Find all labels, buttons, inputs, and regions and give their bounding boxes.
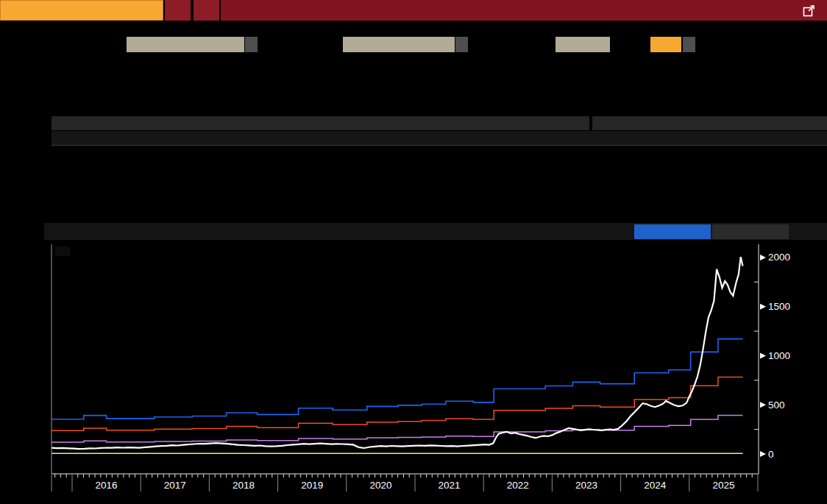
export-button[interactable] <box>163 0 192 21</box>
left-section-header <box>52 116 589 130</box>
comp-source-select[interactable] <box>127 37 244 52</box>
price-bands-chart: 0500100015002000201620172018201920202021… <box>0 241 827 504</box>
series-actual-price <box>52 257 743 449</box>
settings-button[interactable] <box>192 0 221 21</box>
chart-legend <box>55 246 70 256</box>
equity-relative-valuation-screen: 0500100015002000201620172018201920202021… <box>0 0 827 504</box>
table-view-button[interactable] <box>712 224 789 239</box>
left-column-headers <box>52 131 592 146</box>
y-tick-arrow <box>760 402 766 408</box>
y-tick-arrow <box>760 451 766 457</box>
series-layer <box>52 257 743 453</box>
x-year-label: 2016 <box>96 480 118 491</box>
x-year-label: 2023 <box>575 480 597 491</box>
y-tick-label: 1000 <box>768 350 790 361</box>
filter-controls <box>0 37 827 53</box>
x-year-label: 2017 <box>164 480 186 491</box>
y-tick-arrow <box>760 352 766 358</box>
chevron-down-icon[interactable] <box>683 37 695 52</box>
y-tick-label: 2000 <box>768 252 790 263</box>
right-section-header <box>592 116 827 130</box>
x-year-label: 2021 <box>439 480 461 491</box>
chart-canvas[interactable]: 0500100015002000201620172018201920202021… <box>0 241 827 504</box>
x-year-label: 2022 <box>507 480 529 491</box>
currency-select[interactable] <box>650 37 681 52</box>
chevron-down-icon[interactable] <box>455 37 468 52</box>
y-tick-arrow <box>760 304 766 310</box>
x-year-label: 2025 <box>712 480 734 491</box>
chart-table-toggle <box>634 224 789 239</box>
price-bands-bar <box>44 223 827 240</box>
screen-title-area <box>803 0 827 21</box>
y-tick-label: 0 <box>768 449 774 460</box>
right-column-headers <box>592 131 827 146</box>
x-year-label: 2020 <box>369 480 391 491</box>
region-select[interactable] <box>343 37 455 52</box>
x-year-label: 2019 <box>301 480 323 491</box>
mkt-cap-input[interactable] <box>556 37 610 52</box>
y-tick-label: 1500 <box>768 301 790 312</box>
series-band-7.7x <box>52 377 743 431</box>
y-tick-arrow <box>760 255 766 260</box>
x-year-label: 2018 <box>233 480 255 491</box>
top-command-bar <box>0 0 827 21</box>
x-year-label: 2024 <box>644 480 667 491</box>
y-tick-label: 500 <box>768 400 785 411</box>
chart-view-button[interactable] <box>634 224 711 239</box>
chevron-down-icon[interactable] <box>245 37 258 52</box>
ticker-input[interactable] <box>0 0 163 21</box>
open-external-icon[interactable] <box>803 4 815 17</box>
